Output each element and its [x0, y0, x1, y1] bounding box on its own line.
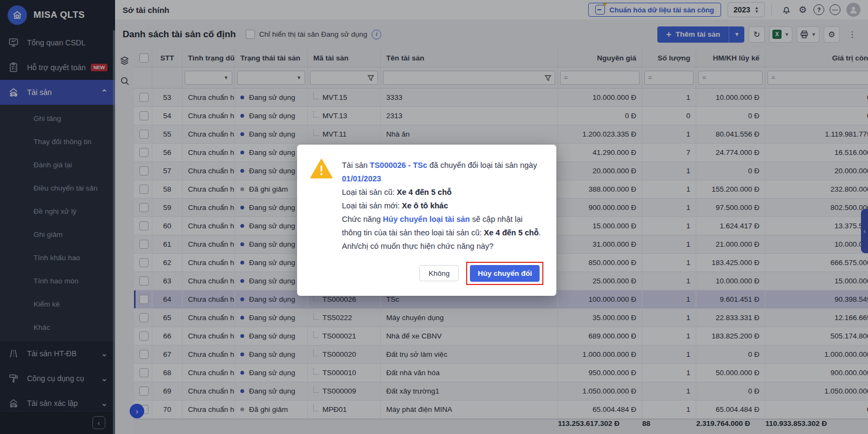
no-button[interactable]: Không: [419, 265, 459, 281]
cancel-conversion-link[interactable]: Hủy chuyển loại tài sản: [383, 215, 470, 223]
dialog-actions: Không Hủy chuyển đổi: [310, 262, 543, 285]
cancel-conversion-button[interactable]: Hủy chuyển đổi: [470, 265, 540, 282]
dialog-message: Tài sản TS000026 - TSc đã chuyển đổi loạ…: [342, 159, 543, 253]
conversion-date-link[interactable]: 01/01/2023: [342, 174, 381, 183]
confirm-dialog: Tài sản TS000026 - TSc đã chuyển đổi loạ…: [297, 145, 556, 296]
app-root: MISA QLTS Tổng quan CSDLHỗ trợ quyết toá…: [0, 0, 868, 434]
dialog-question: Anh/chị có muốn thực hiện chức năng này?: [342, 242, 494, 250]
asset-code-link[interactable]: TS000026 - TSc: [370, 161, 427, 169]
annotation-highlight-box: Hủy chuyển đổi: [466, 262, 543, 285]
warning-icon: [310, 159, 333, 179]
